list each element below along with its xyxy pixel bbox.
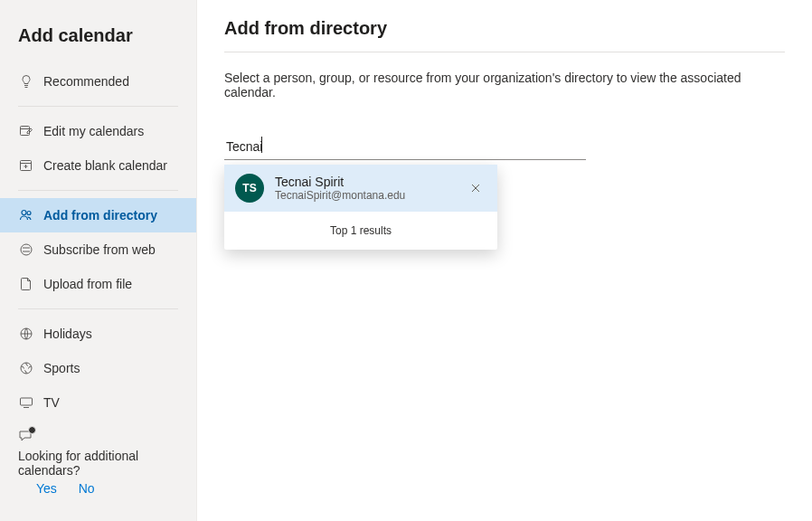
globe-icon	[18, 326, 34, 342]
divider	[18, 106, 178, 107]
sidebar-item-create-blank[interactable]: Create blank calendar	[0, 148, 196, 183]
search-result-row[interactable]: TS Tecnai Spirit TecnaiSpirit@montana.ed…	[224, 165, 497, 212]
feedback-prompt: Looking for additional calendars? Yes No	[0, 420, 196, 507]
sidebar-item-edit-calendars[interactable]: Edit my calendars	[0, 114, 196, 148]
svg-point-3	[27, 212, 31, 215]
sidebar-item-label: Add from directory	[43, 208, 157, 223]
result-name: Tecnai Spirit	[275, 175, 454, 189]
sidebar-item-label: Subscribe from web	[43, 242, 156, 257]
sports-icon	[18, 360, 34, 376]
svg-rect-7	[21, 398, 33, 405]
sidebar-item-holidays[interactable]: Holidays	[0, 317, 196, 351]
tv-icon	[18, 394, 34, 411]
sidebar-item-sports[interactable]: Sports	[0, 351, 196, 385]
sidebar-item-label: Edit my calendars	[43, 124, 144, 138]
sidebar-item-label: Holidays	[43, 327, 92, 341]
sidebar-item-label: Sports	[43, 361, 80, 375]
sidebar-item-recommended[interactable]: Recommended	[0, 64, 196, 99]
divider	[18, 190, 178, 191]
file-icon	[18, 276, 34, 292]
lightbulb-icon	[18, 73, 34, 90]
page-description: Select a person, group, or resource from…	[224, 71, 785, 99]
svg-point-4	[21, 244, 32, 255]
feedback-icon	[18, 429, 34, 445]
avatar: TS	[235, 174, 264, 203]
divider	[224, 52, 785, 52]
people-icon	[18, 207, 34, 223]
result-email: TecnaiSpirit@montana.edu	[275, 189, 454, 202]
sidebar-item-tv[interactable]: TV	[0, 385, 196, 420]
feedback-question: Looking for additional calendars?	[18, 449, 178, 478]
sidebar-item-label: Recommended	[43, 74, 129, 89]
feedback-yes-link[interactable]: Yes	[36, 481, 57, 496]
feedback-no-link[interactable]: No	[79, 481, 95, 496]
sidebar: Add calendar Recommended Edit my calenda…	[0, 0, 197, 521]
add-calendar-icon	[18, 157, 34, 174]
page-title: Add from directory	[224, 18, 785, 39]
sidebar-item-add-from-directory[interactable]: Add from directory	[0, 198, 196, 232]
edit-calendar-icon	[18, 123, 34, 139]
main-panel: Add from directory Select a person, grou…	[197, 0, 812, 521]
results-footer: Top 1 results	[224, 212, 497, 250]
divider	[18, 308, 178, 309]
link-icon	[18, 242, 34, 258]
close-icon[interactable]	[465, 177, 486, 199]
sidebar-title: Add calendar	[0, 14, 196, 64]
text-cursor	[261, 137, 262, 153]
search-dropdown: TS Tecnai Spirit TecnaiSpirit@montana.ed…	[224, 165, 497, 250]
result-text: Tecnai Spirit TecnaiSpirit@montana.edu	[275, 175, 454, 202]
svg-point-2	[22, 211, 26, 215]
sidebar-item-subscribe-web[interactable]: Subscribe from web	[0, 232, 196, 267]
sidebar-item-label: Upload from file	[43, 277, 132, 291]
directory-search: TS Tecnai Spirit TecnaiSpirit@montana.ed…	[224, 136, 586, 160]
search-input[interactable]	[224, 136, 586, 160]
sidebar-item-label: TV	[43, 395, 60, 410]
sidebar-item-label: Create blank calendar	[43, 158, 167, 173]
sidebar-item-upload-file[interactable]: Upload from file	[0, 267, 196, 301]
